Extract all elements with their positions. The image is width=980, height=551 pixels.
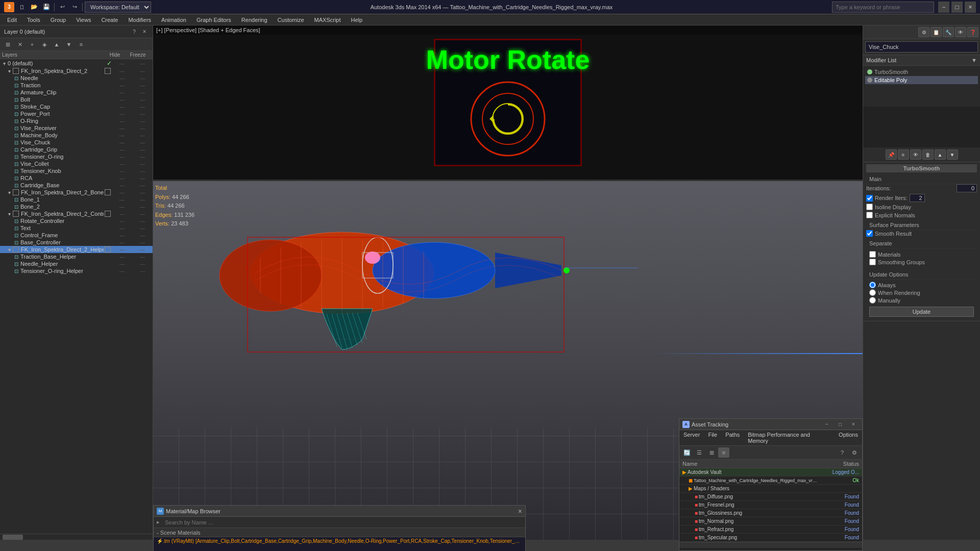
close-button[interactable]: ×	[965, 2, 976, 13]
save-button[interactable]: 💾	[41, 2, 52, 12]
materials-checkbox[interactable]	[869, 251, 876, 258]
at-menu-bitmap[interactable]: Bitmap Performance and Memory	[746, 431, 832, 444]
at-grid-button[interactable]: ⊞	[706, 447, 717, 458]
asset-row[interactable]: ■ tm_Normal.png Found	[679, 517, 862, 525]
menu-modifiers[interactable]: Modifiers	[123, 16, 156, 24]
layer-item[interactable]: ⊡ Base_Controller — —	[0, 239, 153, 246]
open-button[interactable]: 📂	[29, 2, 40, 12]
layer-item[interactable]: ⊡ Stroke_Cap — —	[0, 103, 153, 110]
viewport-top-section[interactable]: Motor Rotate	[153, 26, 863, 181]
layer-item[interactable]: ⊡ Needle — —	[0, 74, 153, 82]
mod-pin-button[interactable]: 📌	[886, 149, 897, 160]
layer-item[interactable]: ⊡ Tensioner_Knob — —	[0, 167, 153, 174]
new-button[interactable]: 🗋	[16, 2, 28, 12]
at-menu-server[interactable]: Server	[681, 431, 702, 444]
at-help-button[interactable]: ?	[837, 447, 848, 458]
menu-rendering[interactable]: Rendering	[236, 16, 273, 24]
layer-item[interactable]: ⊡ Armature_Clip — —	[0, 89, 153, 96]
menu-views[interactable]: Views	[71, 16, 96, 24]
manually-radio[interactable]	[869, 297, 876, 304]
iterations-input[interactable]	[957, 184, 977, 192]
material-browser-close-button[interactable]: ×	[518, 507, 522, 515]
explicit-normals-checkbox[interactable]	[866, 212, 873, 218]
layer-item-selected[interactable]: ▾ FK_Iron_Spektra_Direct_2_Helpers — —	[0, 246, 153, 253]
search-input[interactable]	[832, 2, 934, 13]
asset-row[interactable]: ■ tm_Fresnel.png Found	[679, 501, 862, 509]
layer-item[interactable]: ⊡ Vise_Receiver — —	[0, 124, 153, 132]
at-detail-button[interactable]: ≡	[718, 447, 729, 458]
asset-table-body[interactable]: ▶ Autodesk Vault Logged O... ◼ Tattoo_Ma…	[679, 468, 862, 550]
always-radio[interactable]	[869, 282, 876, 288]
at-minimize-button[interactable]: −	[821, 419, 832, 430]
workspace-selector[interactable]: Workspace: Default	[85, 2, 151, 13]
layer-item[interactable]: ⊡ Control_Frame — —	[0, 232, 153, 239]
modifier-list-header[interactable]: Modifier List ▼	[863, 55, 980, 66]
at-refresh-button[interactable]: 🔄	[681, 447, 693, 458]
rp-icon-btn-3[interactable]: 🔧	[943, 27, 954, 37]
layer-visibility-box[interactable]	[105, 246, 111, 253]
layer-visibility-box[interactable]	[105, 211, 111, 217]
layer-item[interactable]: ⊡ Rotate_Controller — —	[0, 217, 153, 224]
undo-button[interactable]: ↩	[57, 2, 68, 12]
layer-item[interactable]: ▾ 0 (default) ✓ — —	[0, 59, 153, 67]
layer-item[interactable]: ⊡ Traction_Base_Helper — —	[0, 253, 153, 260]
menu-tools[interactable]: Tools	[22, 16, 45, 24]
layer-item[interactable]: ⊡ Power_Port — —	[0, 110, 153, 117]
layer-down-button[interactable]: ▼	[63, 39, 75, 49]
scrollbar-thumb-h[interactable]	[3, 535, 23, 540]
mod-down-button[interactable]: ▼	[947, 149, 958, 160]
layer-item[interactable]: ▾ FK_Iron_Spektra_Direct_2_Bone — —	[0, 189, 153, 196]
render-iters-checkbox[interactable]	[866, 195, 873, 202]
smoothing-groups-checkbox[interactable]	[869, 259, 876, 265]
minimize-button[interactable]: −	[938, 2, 949, 13]
menu-animation[interactable]: Animation	[156, 16, 191, 24]
layer-item[interactable]: ⊡ Cartridge_Grip — —	[0, 146, 153, 153]
layer-visibility-box[interactable]	[105, 68, 111, 74]
layer-item[interactable]: ⊡ Cartridge_Base — —	[0, 182, 153, 189]
update-button[interactable]: Update	[869, 307, 974, 317]
layer-item[interactable]: ▾ FK_Iron_Spektra_Direct_2_Controller — …	[0, 210, 153, 217]
menu-maxscript[interactable]: MAXScript	[309, 16, 346, 24]
mod-up-button[interactable]: ▲	[935, 149, 946, 160]
isoline-checkbox[interactable]	[866, 204, 873, 210]
layer-item[interactable]: ⊡ RCA — —	[0, 174, 153, 182]
at-menu-options[interactable]: Options	[837, 431, 860, 444]
asset-row[interactable]: ▶ Autodesk Vault Logged O...	[679, 468, 862, 477]
when-rendering-radio[interactable]	[869, 289, 876, 296]
asset-row[interactable]: ▶ Maps / Shaders	[679, 485, 862, 493]
layer-item[interactable]: ▾ FK_Iron_Spektra_Direct_2 — —	[0, 67, 153, 74]
layer-new-button[interactable]: ⊞	[2, 39, 13, 49]
mod-delete-button[interactable]: 🗑	[922, 149, 934, 160]
layer-item[interactable]: ⊡ Needle_Helper — —	[0, 260, 153, 267]
layer-delete-button[interactable]: ✕	[14, 39, 26, 49]
layer-close-button[interactable]: ×	[140, 28, 149, 36]
layer-item[interactable]: ⊡ Vise_Collet — —	[0, 160, 153, 167]
rp-icon-btn-1[interactable]: ⚙	[918, 27, 929, 37]
menu-create[interactable]: Create	[96, 16, 123, 24]
layer-add-sel-button[interactable]: +	[27, 39, 38, 49]
layer-item[interactable]: ⊡ Machine_Body — —	[0, 132, 153, 139]
layer-item[interactable]: ⊡ Tensioner_O-ring — —	[0, 153, 153, 160]
rp-icon-btn-2[interactable]: 📋	[930, 27, 942, 37]
layer-item[interactable]: ⊡ Bone_2 — —	[0, 203, 153, 210]
smooth-result-checkbox[interactable]	[866, 230, 873, 237]
layer-item[interactable]: ⊡ Traction — —	[0, 82, 153, 89]
layer-item[interactable]: ⊡ Tensioner_O-ring_Helper — —	[0, 267, 153, 274]
asset-row[interactable]: ■ tm_Glossiness.png Found	[679, 509, 862, 517]
material-search-input[interactable]	[163, 517, 525, 528]
modifier-item-turbosmooth[interactable]: TurboSmooth	[865, 68, 978, 76]
render-iters-input[interactable]	[910, 194, 925, 202]
mod-list-button[interactable]: ≡	[898, 149, 909, 160]
menu-help[interactable]: Help	[346, 16, 368, 24]
asset-row[interactable]: ■ tm_Refract.png Found	[679, 525, 862, 534]
layer-item[interactable]: ⊡ Vise_Chuck — —	[0, 139, 153, 146]
at-list-button[interactable]: ☰	[694, 447, 705, 458]
layer-props-button[interactable]: ≡	[76, 39, 87, 49]
maximize-button[interactable]: □	[951, 2, 963, 13]
menu-customize[interactable]: Customize	[273, 16, 309, 24]
layer-visibility-box[interactable]	[105, 189, 111, 195]
menu-graph-editors[interactable]: Graph Editors	[191, 16, 236, 24]
at-settings-button[interactable]: ⚙	[849, 447, 860, 458]
asset-row[interactable]: ◼ Tattoo_Machine_with_Cartridge_Needles_…	[679, 477, 862, 485]
redo-button[interactable]: ↪	[69, 2, 80, 12]
